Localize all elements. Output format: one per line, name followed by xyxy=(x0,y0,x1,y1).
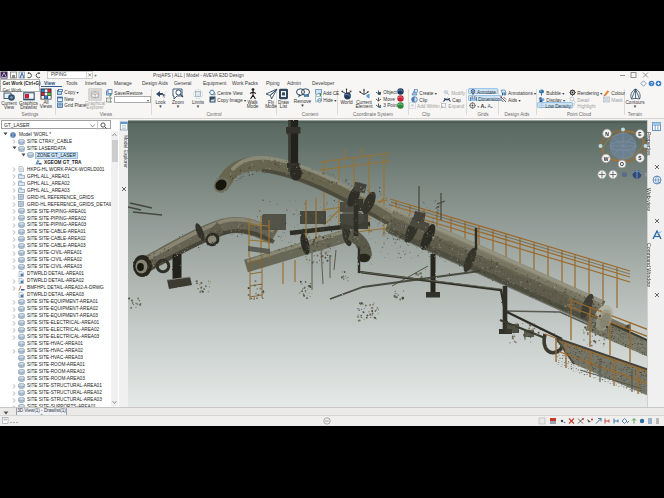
svg-text:PIPING: PIPING xyxy=(51,72,67,77)
svg-text:N: N xyxy=(605,131,609,137)
svg-text:O: O xyxy=(620,161,624,167)
svg-text:+: + xyxy=(94,72,97,78)
svg-text:W: W xyxy=(604,156,609,162)
